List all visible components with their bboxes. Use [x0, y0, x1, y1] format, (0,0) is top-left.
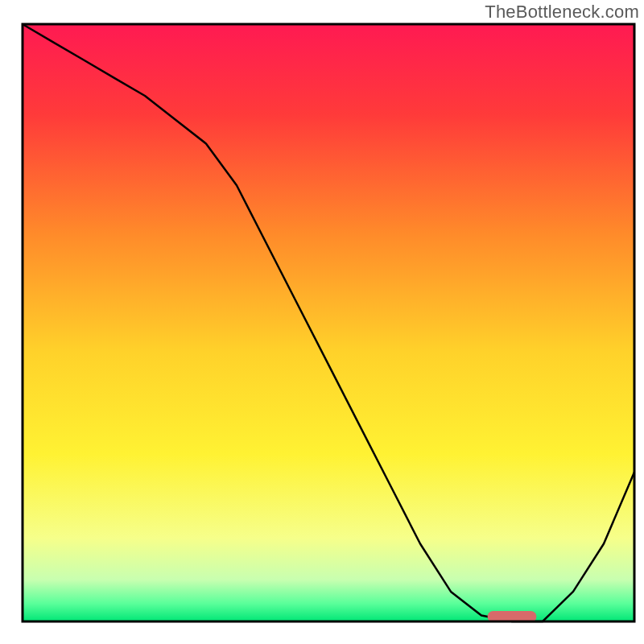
plot-area [23, 24, 634, 622]
bottleneck-chart [0, 0, 644, 644]
watermark-text: TheBottleneck.com [485, 2, 639, 23]
chart-container: TheBottleneck.com [0, 0, 644, 644]
gradient-background [23, 24, 634, 621]
